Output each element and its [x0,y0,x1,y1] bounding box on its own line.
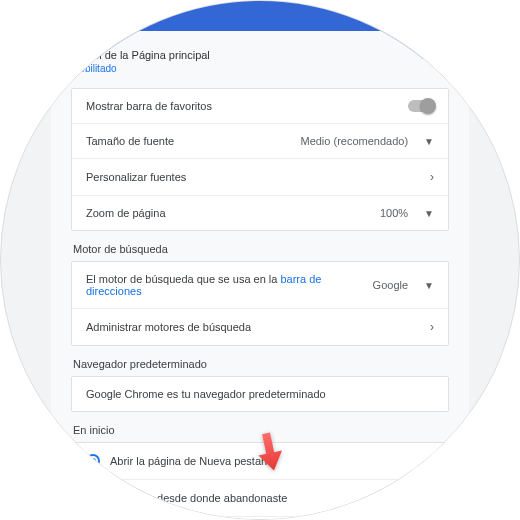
font-size-value: Medio (recomendado) [300,135,408,147]
custom-fonts-row[interactable]: Personalizar fuentes › [72,159,448,196]
search-engine-value: Google [373,279,408,291]
search-card: El motor de búsqueda que se usa en la ba… [71,261,449,346]
search-engine-label: El motor de búsqueda que se usa en la ba… [86,273,373,297]
radio-icon[interactable] [86,491,100,505]
bookmarks-label: Mostrar barra de favoritos [86,100,212,112]
chevron-right-icon: › [430,170,434,184]
zoom-row[interactable]: Zoom de página 100% ▼ [72,196,448,230]
bookmarks-row[interactable]: Mostrar barra de favoritos [72,89,448,124]
custom-fonts-label: Personalizar fuentes [86,171,186,183]
chevron-down-icon: ▼ [424,208,434,219]
search-section-title: Motor de búsqueda [73,243,449,255]
appearance-card: Mostrar barra de favoritos Tamaño de fue… [71,88,449,231]
default-section-title: Navegador predeterminado [73,358,449,370]
partial-row-sub: ...obilitado [71,63,449,74]
chevron-down-icon: ▼ [424,280,434,291]
radio-icon[interactable] [86,454,100,468]
settings-viewport: ...otón de la Página principal ...obilit… [0,0,520,520]
zoom-value: 100% [380,207,408,219]
default-card: Google Chrome es tu navegador predetermi… [71,376,449,412]
startup-opt2-label: Continúa desde donde abandonaste [110,492,287,504]
startup-option-continue[interactable]: Continúa desde donde abandonaste [72,480,448,517]
font-size-label: Tamaño de fuente [86,135,174,147]
annotation-arrow-icon [255,431,285,477]
partial-row-title: ...otón de la Página principal [71,49,449,61]
toggle-icon[interactable] [408,100,434,112]
default-browser-text: Google Chrome es tu navegador predetermi… [86,388,326,400]
search-engine-row[interactable]: El motor de búsqueda que se usa en la ba… [72,262,448,309]
manage-engines-label: Administrar motores de búsqueda [86,321,251,333]
default-browser-row: Google Chrome es tu navegador predetermi… [72,377,448,411]
zoom-label: Zoom de página [86,207,166,219]
chevron-down-icon: ▼ [424,136,434,147]
chevron-right-icon: › [430,320,434,334]
manage-engines-row[interactable]: Administrar motores de búsqueda › [72,309,448,345]
startup-opt1-label: Abrir la página de Nueva pestaña [110,455,273,467]
font-size-row[interactable]: Tamaño de fuente Medio (recomendado) ▼ [72,124,448,159]
